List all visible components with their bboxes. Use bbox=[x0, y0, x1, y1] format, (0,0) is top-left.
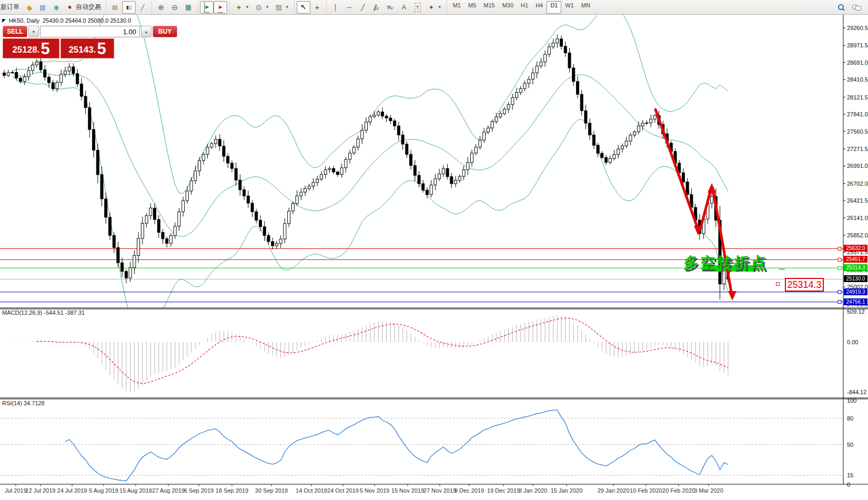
signals-button[interactable] bbox=[49, 1, 63, 14]
candle-body bbox=[637, 126, 640, 132]
candle-body bbox=[27, 71, 30, 77]
chart-area[interactable]: 29260.528971.528691.028410.528121.527841… bbox=[0, 15, 868, 500]
level-handle[interactable] bbox=[838, 258, 841, 261]
level-handle[interactable] bbox=[838, 301, 841, 304]
sell-button[interactable]: SELL bbox=[3, 26, 27, 37]
candle-body bbox=[556, 39, 559, 43]
templates-button[interactable]: ▼ bbox=[272, 1, 292, 14]
timeframe-m30[interactable]: M30 bbox=[499, 1, 517, 14]
chevron-down-icon[interactable]: ▼ bbox=[285, 5, 289, 9]
candle-body bbox=[389, 118, 392, 121]
candle-body bbox=[324, 169, 327, 174]
level-handle[interactable] bbox=[838, 247, 841, 250]
fibonacci-button[interactable] bbox=[383, 1, 397, 14]
gold-doc-icon bbox=[25, 3, 33, 12]
chevron-down-icon[interactable]: ▼ bbox=[438, 5, 442, 9]
candle-body bbox=[584, 111, 587, 123]
autotrading-button[interactable]: 自动交易 bbox=[63, 1, 104, 14]
candle-body bbox=[495, 117, 498, 122]
volume-decrease-button[interactable]: ▼ bbox=[28, 26, 39, 37]
periods-button[interactable]: ▼ bbox=[252, 1, 272, 14]
timeframe-m15[interactable]: M15 bbox=[480, 1, 498, 14]
one-click-trading-panel: SELL ▼ ▲ BUY 25128. 5 25143. 5 bbox=[3, 26, 109, 58]
timeframe-w1[interactable]: W1 bbox=[561, 1, 578, 14]
zoom-out-button[interactable] bbox=[168, 1, 181, 14]
rsi-line bbox=[65, 410, 728, 481]
callout-anchor-handle[interactable] bbox=[776, 282, 780, 286]
price-tick-label: 26141.0 bbox=[847, 215, 868, 221]
arrows-icon bbox=[427, 3, 436, 12]
line-chart-button[interactable] bbox=[136, 1, 149, 14]
chat-icon[interactable] bbox=[852, 4, 861, 11]
candle-body bbox=[621, 146, 624, 149]
candle-body bbox=[230, 163, 233, 168]
auto-scroll-button[interactable] bbox=[200, 1, 214, 14]
new-order-button[interactable]: 新订单 bbox=[0, 1, 22, 14]
price-callout-label[interactable]: 25314.3 bbox=[785, 278, 824, 292]
arrows-button[interactable]: ▼ bbox=[425, 1, 445, 14]
timeframe-mn[interactable]: MN bbox=[578, 1, 594, 14]
price-tick-label: 26421.5 bbox=[847, 197, 868, 204]
timeframe-h1[interactable]: H1 bbox=[517, 1, 532, 14]
time-axis-label: 14 Oct 2019 bbox=[296, 487, 327, 494]
buy-button[interactable]: BUY bbox=[153, 26, 177, 37]
indicators-button[interactable]: ▼ bbox=[232, 1, 252, 14]
bollinger-bands bbox=[12, 15, 728, 333]
rsi-axis-label: 50 bbox=[847, 442, 853, 448]
candle-body bbox=[479, 140, 481, 147]
text-button[interactable] bbox=[397, 1, 411, 14]
time-axis-label: 29 Jan 2020 bbox=[598, 487, 630, 494]
time-axis-label: 3 Mar 2020 bbox=[694, 487, 723, 494]
candle-body bbox=[80, 84, 83, 96]
timeframe-m1[interactable]: M1 bbox=[449, 1, 465, 14]
timeframe-d1[interactable]: D1 bbox=[547, 1, 561, 14]
candle-body bbox=[84, 96, 87, 107]
candle-body bbox=[516, 93, 518, 98]
sell-price-main: 25128. bbox=[12, 44, 39, 56]
search-icon[interactable] bbox=[837, 4, 845, 11]
chart-window-button[interactable] bbox=[22, 1, 36, 14]
level-handle[interactable] bbox=[838, 266, 841, 269]
candle-body bbox=[288, 211, 290, 224]
candle-body bbox=[572, 68, 575, 82]
vertical-line-button[interactable] bbox=[329, 1, 342, 14]
volume-increase-button[interactable]: ▲ bbox=[141, 26, 152, 37]
market-watch-button[interactable] bbox=[36, 1, 49, 14]
macd-name: MACD(12,26,9) bbox=[2, 309, 42, 316]
candle-body bbox=[235, 168, 237, 180]
candle-body bbox=[345, 159, 347, 168]
level-handle[interactable] bbox=[838, 291, 841, 294]
candle-body bbox=[483, 132, 486, 141]
text-label-button[interactable] bbox=[411, 1, 425, 14]
candle-body bbox=[487, 128, 489, 132]
timeframe-m5[interactable]: M5 bbox=[465, 1, 480, 14]
chevron-down-icon[interactable]: ▼ bbox=[245, 5, 249, 9]
trendline-button[interactable] bbox=[356, 1, 370, 14]
cursor-button[interactable] bbox=[297, 1, 310, 14]
crosshair-button[interactable] bbox=[310, 1, 324, 14]
timeframe-h4[interactable]: H4 bbox=[532, 1, 547, 14]
candle-body bbox=[548, 47, 550, 54]
bar-chart-button[interactable] bbox=[108, 1, 122, 14]
candle-body bbox=[133, 255, 136, 267]
horizontal-line-button[interactable] bbox=[342, 1, 356, 14]
time-axis-label: 15 Nov 2019 bbox=[391, 487, 424, 494]
bollinger-middle-line bbox=[12, 73, 728, 237]
buy-price-display[interactable]: 25143. 5 bbox=[60, 38, 114, 58]
candle-body bbox=[434, 179, 437, 185]
sell-price-display[interactable]: 25128. 5 bbox=[3, 38, 59, 58]
candlestick-chart-button[interactable] bbox=[122, 1, 136, 14]
turning-point-annotation[interactable]: 多空转折点 bbox=[683, 253, 768, 274]
volume-input[interactable] bbox=[40, 26, 140, 37]
zoom-in-button[interactable] bbox=[154, 1, 168, 14]
chart-shift-button[interactable] bbox=[214, 1, 227, 14]
candle-body bbox=[121, 263, 124, 271]
candle-body bbox=[56, 83, 58, 89]
candle-body bbox=[328, 168, 331, 169]
chevron-down-icon[interactable]: ▼ bbox=[265, 5, 269, 9]
equidistant-channel-button[interactable] bbox=[370, 1, 383, 14]
tile-windows-button[interactable] bbox=[181, 1, 195, 14]
candle-body bbox=[247, 196, 249, 203]
candle-body bbox=[645, 123, 648, 123]
chart-window-icon[interactable]: ◤ bbox=[2, 18, 6, 23]
